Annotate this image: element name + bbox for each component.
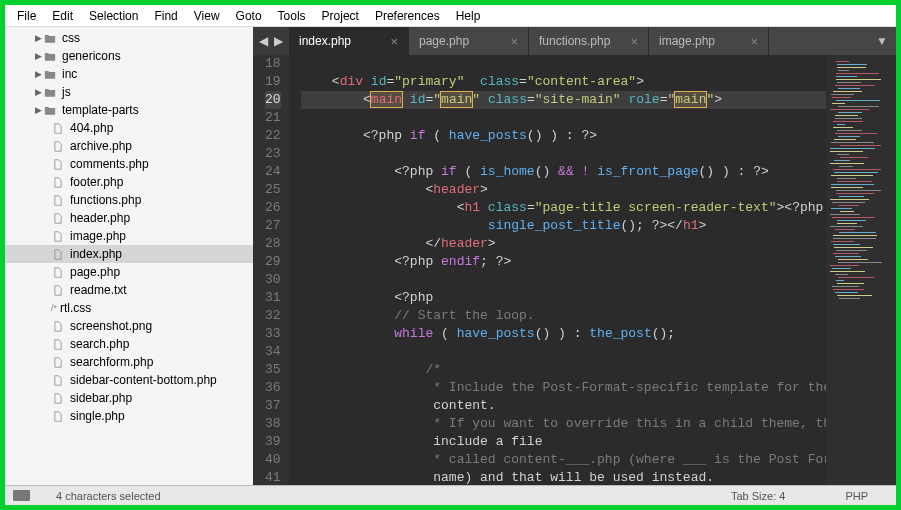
- close-icon[interactable]: ×: [510, 34, 518, 49]
- menu-tools[interactable]: Tools: [270, 7, 314, 25]
- file-icon: [51, 356, 65, 368]
- expand-icon[interactable]: ▶: [33, 87, 43, 97]
- folder-genericons[interactable]: ▶genericons: [5, 47, 253, 65]
- folder-css[interactable]: ▶css: [5, 29, 253, 47]
- file-page-php[interactable]: page.php: [5, 263, 253, 281]
- status-bar: 4 characters selected Tab Size: 4 PHP: [5, 485, 896, 505]
- menu-file[interactable]: File: [9, 7, 44, 25]
- file-index-php[interactable]: index.php: [5, 245, 253, 263]
- file-sidebar-php[interactable]: sidebar.php: [5, 389, 253, 407]
- file-single-php[interactable]: single.php: [5, 407, 253, 425]
- tab-functions-php[interactable]: functions.php×: [529, 27, 649, 55]
- file-functions-php[interactable]: functions.php: [5, 191, 253, 209]
- folder-icon: [43, 68, 57, 80]
- file-image-php[interactable]: image.php: [5, 227, 253, 245]
- file-icon: [51, 248, 65, 260]
- editor-panel: ◀ ▶ index.php×page.php×functions.php×ima…: [253, 27, 896, 485]
- folder-js[interactable]: ▶js: [5, 83, 253, 101]
- expand-icon[interactable]: ▶: [33, 51, 43, 61]
- folder-icon: [43, 32, 57, 44]
- expand-icon[interactable]: ▶: [33, 33, 43, 43]
- file-icon: [51, 122, 65, 134]
- nav-right-icon[interactable]: ▶: [274, 34, 283, 48]
- file-tree: ▶css▶genericons▶inc▶js▶template-parts404…: [5, 27, 253, 485]
- close-icon[interactable]: ×: [390, 34, 398, 49]
- menu-selection[interactable]: Selection: [81, 7, 146, 25]
- menu-preferences[interactable]: Preferences: [367, 7, 448, 25]
- menu-goto[interactable]: Goto: [228, 7, 270, 25]
- file-header-php[interactable]: header.php: [5, 209, 253, 227]
- file-search-php[interactable]: search.php: [5, 335, 253, 353]
- tab-page-php[interactable]: page.php×: [409, 27, 529, 55]
- file-sidebar-content-bottom-php[interactable]: sidebar-content-bottom.php: [5, 371, 253, 389]
- folder-inc[interactable]: ▶inc: [5, 65, 253, 83]
- line-gutter: 1819202122232425262728293031323334353637…: [253, 55, 289, 485]
- file-icon: [51, 194, 65, 206]
- tab-bar: ◀ ▶ index.php×page.php×functions.php×ima…: [253, 27, 896, 55]
- editor-window: FileEditSelectionFindViewGotoToolsProjec…: [5, 5, 896, 505]
- file-searchform-php[interactable]: searchform.php: [5, 353, 253, 371]
- file-404-php[interactable]: 404.php: [5, 119, 253, 137]
- close-icon[interactable]: ×: [750, 34, 758, 49]
- code-area[interactable]: 1819202122232425262728293031323334353637…: [253, 55, 896, 485]
- status-tabsize[interactable]: Tab Size: 4: [731, 490, 785, 502]
- expand-icon[interactable]: ▶: [33, 69, 43, 79]
- file-readme-txt[interactable]: readme.txt: [5, 281, 253, 299]
- console-icon[interactable]: [13, 490, 30, 501]
- nav-left-icon[interactable]: ◀: [259, 34, 268, 48]
- file-footer-php[interactable]: footer.php: [5, 173, 253, 191]
- file-icon: [51, 140, 65, 152]
- file-icon: [51, 338, 65, 350]
- menu-view[interactable]: View: [186, 7, 228, 25]
- file-icon: [51, 392, 65, 404]
- file-icon: [51, 284, 65, 296]
- close-icon[interactable]: ×: [630, 34, 638, 49]
- file-comments-php[interactable]: comments.php: [5, 155, 253, 173]
- code-content[interactable]: <div id="primary" class="content-area"> …: [289, 55, 896, 485]
- file-screenshot-png[interactable]: screenshot.png: [5, 317, 253, 335]
- file-icon: [51, 158, 65, 170]
- file-archive-php[interactable]: archive.php: [5, 137, 253, 155]
- tab-overflow[interactable]: ▼: [769, 27, 896, 55]
- folder-icon: [43, 104, 57, 116]
- expand-icon[interactable]: ▶: [33, 105, 43, 115]
- tab-nav[interactable]: ◀ ▶: [253, 27, 289, 55]
- menu-bar: FileEditSelectionFindViewGotoToolsProjec…: [5, 5, 896, 27]
- menu-help[interactable]: Help: [448, 7, 489, 25]
- tab-image-php[interactable]: image.php×: [649, 27, 769, 55]
- file-icon: [51, 266, 65, 278]
- file-icon: [51, 320, 65, 332]
- folder-template-parts[interactable]: ▶template-parts: [5, 101, 253, 119]
- file-icon: [51, 230, 65, 242]
- menu-project[interactable]: Project: [314, 7, 367, 25]
- file-icon: [51, 410, 65, 422]
- status-selection: 4 characters selected: [56, 490, 161, 502]
- minimap[interactable]: [826, 55, 896, 485]
- menu-find[interactable]: Find: [146, 7, 185, 25]
- tab-index-php[interactable]: index.php×: [289, 27, 409, 55]
- folder-icon: [43, 86, 57, 98]
- file-icon: [51, 374, 65, 386]
- status-language[interactable]: PHP: [845, 490, 868, 502]
- file-rtl-css[interactable]: /*rtl.css: [5, 299, 253, 317]
- file-icon: [51, 176, 65, 188]
- file-icon: [51, 212, 65, 224]
- folder-icon: [43, 50, 57, 62]
- menu-edit[interactable]: Edit: [44, 7, 81, 25]
